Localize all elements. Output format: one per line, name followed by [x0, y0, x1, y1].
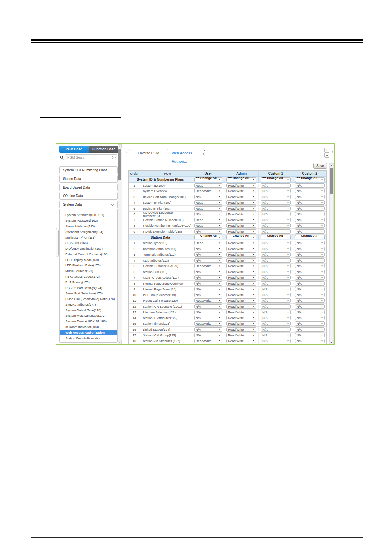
tab-favorite-pgm[interactable]: Favorite PGM: [129, 149, 168, 157]
permission-dropdown[interactable]: N/A▼: [261, 287, 291, 291]
permission-dropdown[interactable]: Read/Write▼: [194, 189, 222, 193]
refresh-tab-icon[interactable]: ↻: [203, 153, 206, 157]
permission-dropdown[interactable]: Read▼: [194, 206, 222, 211]
permission-dropdown[interactable]: N/A▼: [194, 270, 222, 274]
sidebar-subitem-did-disa-destination-167[interactable]: DID/DISA Destination(167): [60, 246, 117, 251]
permission-dropdown[interactable]: Read▼: [194, 241, 222, 245]
permission-dropdown[interactable]: Read/Write▼: [226, 195, 256, 199]
permission-dropdown[interactable]: N/A▼: [295, 310, 325, 314]
sidebar-category-system-id-numbering-plans[interactable]: System ID & Numbering Plans: [59, 166, 118, 174]
scroll-down-icon[interactable]: ▼: [330, 340, 333, 344]
permission-dropdown[interactable]: N/A▼: [295, 333, 325, 337]
permission-dropdown[interactable]: Read/Write▼: [194, 264, 222, 268]
tab-pgm-base[interactable]: PGM Base: [59, 146, 89, 153]
permission-dropdown[interactable]: N/A▼: [194, 258, 222, 263]
permission-dropdown[interactable]: N/A▼: [295, 200, 325, 205]
permission-dropdown[interactable]: Read▼: [194, 200, 222, 205]
permission-dropdown[interactable]: Read/Write▼: [194, 321, 222, 326]
permission-dropdown[interactable]: Read/Write▼: [226, 264, 256, 268]
permission-dropdown[interactable]: N/A▼: [295, 189, 325, 193]
permission-dropdown[interactable]: N/A▼: [261, 252, 291, 257]
scroll-up-icon[interactable]: ▲: [330, 164, 333, 167]
permission-dropdown[interactable]: Read/Write▼: [226, 333, 256, 337]
close-all-tabs-icon[interactable]: ×: [324, 148, 329, 153]
permission-dropdown[interactable]: N/A▼: [295, 195, 325, 199]
tab-function-base[interactable]: Function Base: [89, 146, 119, 153]
permission-dropdown[interactable]: Read/Write▼: [226, 281, 256, 286]
sidebar-subitem-station-web-authorization[interactable]: Station Web Authorization: [60, 335, 117, 341]
close-tab-icon[interactable]: ×: [204, 149, 205, 152]
permission-dropdown[interactable]: N/A▼: [194, 229, 222, 234]
change-all-dropdown[interactable]: == Change All ==▼: [295, 235, 325, 239]
tab-scroll-right-icon[interactable]: ›: [332, 150, 333, 154]
permission-dropdown[interactable]: Read/Write▼: [226, 183, 256, 188]
permission-dropdown[interactable]: N/A▼: [261, 223, 291, 228]
permission-dropdown[interactable]: Read/Write▼: [226, 247, 256, 251]
permission-dropdown[interactable]: N/A▼: [261, 212, 291, 216]
permission-dropdown[interactable]: N/A▼: [295, 252, 325, 257]
permission-dropdown[interactable]: N/A▼: [261, 218, 291, 222]
permission-dropdown[interactable]: N/A▼: [194, 275, 222, 280]
permission-dropdown[interactable]: Read/Write▼: [226, 206, 256, 211]
permission-dropdown[interactable]: Read/Write▼: [194, 339, 222, 343]
sidebar-subitem-rs-232-port-settings-174[interactable]: RS-232 Port Settings(174): [60, 285, 117, 290]
sidebar-category-board-based-data[interactable]: Board Based Data: [59, 184, 118, 191]
search-input[interactable]: PGM Search ×: [65, 154, 117, 160]
sidebar-category-station-data[interactable]: Station Data: [59, 175, 118, 183]
sidebar-subitem-system-timers-180-182-186[interactable]: System Timers(180~182,186): [60, 318, 117, 324]
permission-dropdown[interactable]: Read/Write▼: [226, 298, 256, 303]
sidebar-subitem-rlp-priority-173[interactable]: RLP Priority(173): [60, 279, 117, 285]
table-scrollbar[interactable]: ▲ ▼: [329, 163, 334, 344]
permission-dropdown[interactable]: N/A▼: [194, 310, 222, 314]
permission-dropdown[interactable]: N/A▼: [261, 327, 291, 332]
change-all-dropdown[interactable]: == Change All ==▼: [194, 235, 222, 239]
sidebar-subitem-attendant-assignment-164[interactable]: Attendant Assignment(164): [60, 229, 117, 235]
sidebar-subitem-pulse-dial-break-make-ratio-176[interactable]: Pulse Dial (Break/Make) Ratio(176): [60, 296, 117, 302]
permission-dropdown[interactable]: N/A▼: [194, 281, 222, 286]
permission-dropdown[interactable]: N/A▼: [295, 247, 325, 251]
change-all-dropdown[interactable]: == Change All ==▼: [261, 235, 291, 239]
sidebar-subitem-multicast-ip-port-165[interactable]: Multicast IP/Port(165): [60, 235, 117, 240]
permission-dropdown[interactable]: Read/Write▼: [226, 200, 256, 205]
permission-dropdown[interactable]: Read/Write▼: [226, 316, 256, 320]
sidebar-subitem-smdr-attributes-177[interactable]: SMDR Attributes(177): [60, 302, 117, 307]
permission-dropdown[interactable]: Read/Write▼: [226, 310, 256, 314]
change-all-dropdown[interactable]: == Change All ==▼: [261, 177, 291, 182]
permission-dropdown[interactable]: N/A▼: [261, 183, 291, 188]
sidebar-subitem-lcd-display-mode-169[interactable]: LCD Display Mode(169): [60, 257, 117, 263]
change-all-dropdown[interactable]: == Change All ==▼: [226, 177, 256, 182]
scrollbar-thumb[interactable]: [118, 149, 121, 180]
permission-dropdown[interactable]: Read/Write▼: [226, 339, 256, 343]
permission-dropdown[interactable]: N/A▼: [295, 321, 325, 326]
permission-dropdown[interactable]: N/A▼: [261, 200, 291, 205]
clear-search-icon[interactable]: ×: [112, 156, 116, 159]
permission-dropdown[interactable]: Read/Write▼: [226, 229, 256, 234]
sidebar-subitem-system-attributes-160-161[interactable]: System Attributes(160~161): [60, 212, 117, 218]
permission-dropdown[interactable]: N/A▼: [261, 270, 291, 274]
sidebar-category-system-data[interactable]: System Data: [59, 201, 118, 208]
permission-dropdown[interactable]: Read/Write▼: [226, 270, 256, 274]
permission-dropdown[interactable]: Read/Write▼: [226, 293, 256, 297]
permission-dropdown[interactable]: N/A▼: [261, 195, 291, 199]
permission-dropdown[interactable]: N/A▼: [261, 333, 291, 337]
sidebar-collapse-handle[interactable]: ‹: [56, 228, 59, 257]
permission-dropdown[interactable]: N/A▼: [194, 304, 222, 309]
permission-dropdown[interactable]: Read/Write▼: [226, 212, 256, 216]
sidebar-subitem-in-room-indication-183[interactable]: In Room Indication(183): [60, 324, 117, 330]
permission-dropdown[interactable]: Read/Write▼: [226, 275, 256, 280]
permission-dropdown[interactable]: N/A▼: [295, 183, 325, 188]
permission-dropdown[interactable]: N/A▼: [295, 293, 325, 297]
permission-dropdown[interactable]: N/A▼: [194, 293, 222, 297]
scrollbar-thumb[interactable]: [330, 168, 333, 194]
sidebar-subitem-serial-port-selections-175[interactable]: Serial Port Selections(175): [60, 290, 117, 296]
sidebar-subitem-pbx-access-codes-172[interactable]: PBX Access Codes(172): [60, 274, 117, 279]
sidebar-subitem-system-password-162[interactable]: System Password(162): [60, 218, 117, 223]
sidebar-subitem-web-access-authorization[interactable]: Web Access Authorization: [60, 330, 117, 335]
permission-dropdown[interactable]: N/A▼: [261, 298, 291, 303]
permission-dropdown[interactable]: Read/Write▼: [226, 287, 256, 291]
permission-dropdown[interactable]: N/A▼: [295, 218, 325, 222]
permission-dropdown[interactable]: N/A▼: [194, 252, 222, 257]
permission-dropdown[interactable]: N/A▼: [194, 212, 222, 216]
permission-dropdown[interactable]: N/A▼: [261, 316, 291, 320]
change-all-dropdown[interactable]: == Change All ==▼: [226, 235, 256, 239]
